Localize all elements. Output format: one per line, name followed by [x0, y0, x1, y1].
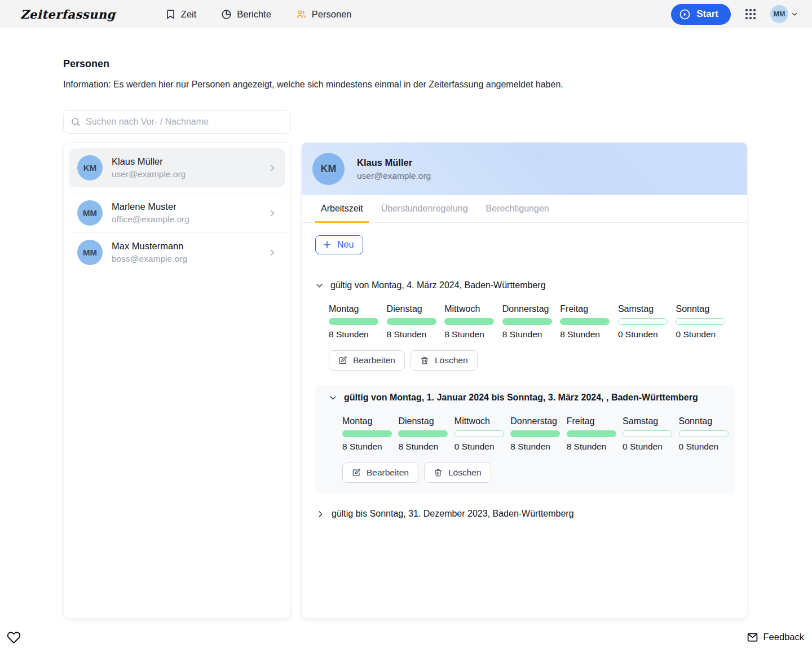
chevron-down-icon — [329, 394, 337, 402]
worktime-section-2: gültig von Montag, 1. Januar 2024 bis So… — [315, 385, 735, 494]
day-label: Donnerstag — [502, 304, 561, 314]
edit-button[interactable]: Bearbeiten — [329, 350, 405, 371]
hours-bar — [387, 318, 436, 325]
search-icon — [70, 117, 81, 127]
hours-bar — [560, 318, 610, 325]
delete-button-label: Löschen — [448, 468, 482, 478]
day-hours: 8 Stunden — [510, 442, 566, 452]
tab-berechtigungen[interactable]: Berechtigungen — [480, 195, 555, 223]
day-label: Samstag — [618, 304, 676, 314]
day-label: Dienstag — [387, 304, 445, 314]
bookmark-icon — [165, 9, 176, 20]
main-content: Personen Information: Es werden hier nur… — [0, 28, 812, 619]
detail-header: KM Klaus Müller user@example.org — [302, 143, 747, 195]
person-list: KM Klaus Müller user@example.org MM Marl… — [63, 142, 291, 619]
edit-button-label: Bearbeiten — [367, 468, 409, 478]
section-toggle[interactable]: gültig bis Sonntag, 31. Dezember 2023, B… — [316, 509, 734, 519]
chevron-right-icon — [268, 209, 277, 218]
hours-bar — [398, 430, 448, 437]
day-label: Sonntag — [676, 304, 734, 314]
play-circle-icon — [679, 8, 691, 20]
mail-icon — [747, 631, 758, 643]
chevron-right-icon — [316, 510, 325, 518]
heart-icon[interactable] — [7, 630, 21, 644]
days-row: Montag 8 Stunden Dienstag 8 Stunden Mitt… — [342, 416, 735, 452]
day-hours: 8 Stunden — [502, 329, 561, 340]
detail-tabs: Arbeitszeit Überstundenregelung Berechti… — [302, 195, 747, 223]
person-list-item-klaus[interactable]: KM Klaus Müller user@example.org — [69, 148, 285, 187]
day-hours: 0 Stunden — [618, 329, 676, 340]
section-actions: Bearbeiten Löschen — [342, 462, 735, 483]
chevron-down-icon — [791, 10, 798, 18]
day-column: Mittwoch 0 Stunden — [454, 416, 510, 452]
day-label: Sonntag — [679, 416, 735, 426]
navbar-right: Start MM — [671, 4, 798, 25]
delete-button[interactable]: Löschen — [424, 462, 491, 483]
worktime-section-3: gültig bis Sonntag, 31. Dezember 2023, B… — [315, 509, 734, 519]
day-column: Freitag 8 Stunden — [567, 416, 623, 452]
search-input[interactable] — [86, 117, 284, 127]
user-menu[interactable]: MM — [770, 5, 798, 23]
day-label: Donnerstag — [510, 416, 566, 426]
nav-item-berichte[interactable]: Berichte — [221, 9, 271, 20]
hours-bar — [329, 318, 378, 325]
section-title: gültig von Montag, 1. Januar 2024 bis So… — [344, 393, 698, 403]
avatar: MM — [770, 5, 788, 23]
page-title: Personen — [63, 58, 748, 70]
person-meta: Klaus Müller user@example.org — [112, 156, 259, 179]
person-list-item-max[interactable]: MM Max Mustermann boss@example.org — [64, 233, 290, 272]
day-hours: 8 Stunden — [567, 442, 623, 452]
day-column: Donnerstag 8 Stunden — [510, 416, 566, 452]
plus-icon — [323, 240, 332, 249]
edit-icon — [338, 356, 347, 365]
day-column: Sonntag 0 Stunden — [679, 416, 735, 452]
day-label: Dienstag — [398, 416, 454, 426]
edit-button-label: Bearbeiten — [353, 355, 395, 365]
hours-bar — [454, 430, 504, 437]
day-hours: 0 Stunden — [679, 442, 735, 452]
day-hours: 0 Stunden — [454, 442, 510, 452]
person-detail-panel: KM Klaus Müller user@example.org Arbeits… — [301, 142, 748, 619]
day-label: Montag — [342, 416, 398, 426]
delete-button[interactable]: Löschen — [411, 350, 478, 371]
apps-grid-icon[interactable] — [743, 7, 758, 21]
new-button[interactable]: Neu — [315, 235, 363, 254]
day-column: Dienstag 8 Stunden — [387, 304, 445, 340]
tab-arbeitszeit[interactable]: Arbeitszeit — [315, 195, 369, 223]
chevron-down-icon — [315, 281, 324, 290]
new-button-label: Neu — [337, 240, 354, 250]
feedback-link[interactable]: Feedback — [747, 631, 804, 643]
nav-item-label: Personen — [312, 9, 352, 20]
nav-item-personen[interactable]: Personen — [296, 9, 352, 20]
person-list-item-marlene[interactable]: MM Marlene Muster office@example.org — [64, 193, 290, 232]
nav-item-label: Zeit — [181, 9, 197, 20]
tab-ueberstundenregelung[interactable]: Überstundenregelung — [376, 195, 474, 223]
section-content: Montag 8 Stunden Dienstag 8 Stunden Mitt… — [315, 304, 734, 371]
main-nav: Zeit Berichte Personen — [165, 9, 352, 20]
detail-identity: Klaus Müller user@example.org — [357, 157, 431, 181]
section-toggle[interactable]: gültig von Montag, 4. März 2024, Baden-W… — [315, 280, 734, 290]
day-column: Donnerstag 8 Stunden — [502, 304, 561, 340]
section-toggle[interactable]: gültig von Montag, 1. Januar 2024 bis So… — [329, 393, 735, 403]
avatar: MM — [77, 200, 103, 226]
person-meta: Max Mustermann boss@example.org — [112, 241, 259, 264]
day-label: Freitag — [560, 304, 618, 314]
trash-icon — [420, 356, 429, 365]
delete-button-label: Löschen — [435, 355, 468, 365]
hours-bar — [623, 430, 672, 437]
day-label: Mittwoch — [444, 304, 502, 314]
edit-button[interactable]: Bearbeiten — [342, 462, 418, 483]
nav-item-zeit[interactable]: Zeit — [165, 9, 197, 20]
day-hours: 8 Stunden — [387, 329, 445, 340]
search-box — [63, 110, 291, 134]
hours-bar — [618, 318, 668, 325]
day-label: Freitag — [567, 416, 623, 426]
hours-bar — [444, 318, 494, 325]
app-logo[interactable]: Zeiterfassung — [20, 7, 116, 21]
day-hours: 8 Stunden — [560, 329, 618, 340]
hours-bar — [502, 318, 552, 325]
day-hours: 8 Stunden — [444, 329, 502, 340]
start-button[interactable]: Start — [671, 4, 731, 25]
trash-icon — [434, 468, 443, 477]
day-column: Freitag 8 Stunden — [560, 304, 618, 340]
